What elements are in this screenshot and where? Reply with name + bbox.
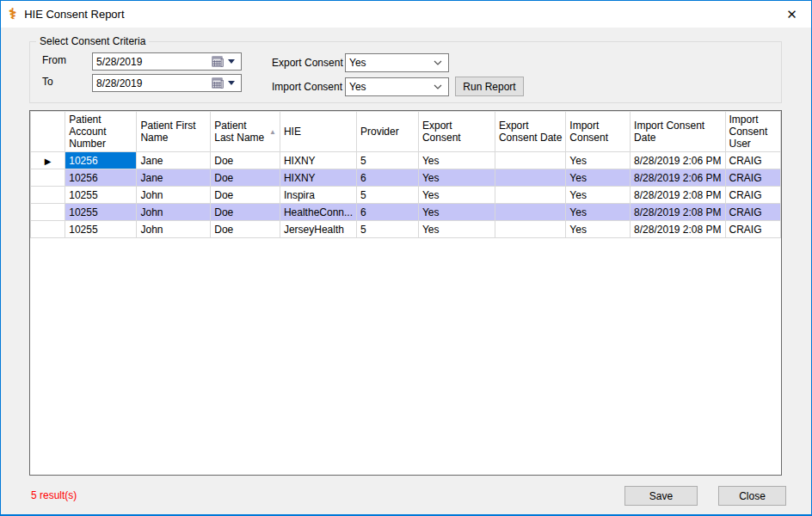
table-cell-hie[interactable]: JerseyHealth <box>280 221 356 238</box>
table-cell-importDate[interactable]: 8/28/2019 2:06 PM <box>631 152 725 169</box>
col-header-label: Export Consent Date <box>499 120 562 144</box>
table-cell-importUser[interactable]: CRAIG <box>725 187 780 204</box>
col-header-account[interactable]: Patient Account Number <box>65 112 137 152</box>
row-selector[interactable]: ▶ <box>31 152 65 169</box>
col-header-label: Export Consent <box>422 120 461 144</box>
table-cell-last[interactable]: Doe <box>211 221 280 238</box>
table-cell-provider[interactable]: 6 <box>357 204 419 221</box>
table-cell-importConsent[interactable]: Yes <box>566 152 631 169</box>
row-selector[interactable] <box>31 204 65 221</box>
result-count: 5 result(s) <box>31 489 77 501</box>
to-date-picker[interactable] <box>92 74 242 92</box>
table-cell-provider[interactable]: 6 <box>357 169 419 187</box>
table-cell-account[interactable]: 10255 <box>65 204 137 221</box>
table-cell-importUser[interactable]: CRAIG <box>725 221 780 238</box>
table-cell-importDate[interactable]: 8/28/2019 2:08 PM <box>631 221 725 238</box>
table-row: 10255JohnDoeJerseyHealth5YesYes8/28/2019… <box>31 221 781 238</box>
table-cell-importDate[interactable]: 8/28/2019 2:06 PM <box>631 169 725 187</box>
row-selector[interactable] <box>31 169 65 187</box>
col-header-exportConsent[interactable]: Export Consent <box>418 112 495 152</box>
window-close-button[interactable]: ✕ <box>772 1 811 28</box>
grid-header: Patient Account NumberPatient First Name… <box>31 112 781 152</box>
table-cell-importConsent[interactable]: Yes <box>566 221 631 238</box>
import-consent-select[interactable]: Yes <box>345 77 449 96</box>
close-button[interactable]: Close <box>718 486 786 506</box>
to-label: To <box>42 76 53 88</box>
col-header-first[interactable]: Patient First Name <box>137 112 211 152</box>
table-cell-account[interactable]: 10255 <box>65 187 137 204</box>
table-cell-last[interactable]: Doe <box>211 204 280 221</box>
col-header-label: Provider <box>360 126 399 138</box>
export-consent-label: Export Consent <box>272 57 343 69</box>
table-cell-last[interactable]: Doe <box>211 152 280 169</box>
col-header-importDate[interactable]: Import Consent Date <box>631 112 725 152</box>
table-cell-exportConsent[interactable]: Yes <box>418 169 495 187</box>
table-row: 10255JohnDoeInspira5YesYes8/28/2019 2:08… <box>31 187 781 204</box>
table-cell-exportDate[interactable] <box>495 152 565 169</box>
table-cell-importUser[interactable]: CRAIG <box>725 204 780 221</box>
export-consent-value: Yes <box>346 57 434 69</box>
run-report-button[interactable]: Run Report <box>455 77 524 96</box>
table-cell-first[interactable]: John <box>137 204 211 221</box>
table-cell-exportDate[interactable] <box>495 221 565 238</box>
table-cell-exportConsent[interactable]: Yes <box>418 152 495 169</box>
row-selector[interactable] <box>31 187 65 204</box>
table-cell-last[interactable]: Doe <box>211 187 280 204</box>
table-cell-importUser[interactable]: CRAIG <box>725 169 780 187</box>
export-consent-select[interactable]: Yes <box>345 53 449 72</box>
table-cell-last[interactable]: Doe <box>211 169 280 187</box>
calendar-icon <box>212 77 224 89</box>
table-cell-importDate[interactable]: 8/28/2019 2:08 PM <box>631 204 725 221</box>
from-date-picker[interactable] <box>92 52 242 71</box>
table-cell-first[interactable]: John <box>137 221 211 238</box>
current-row-indicator-icon: ▶ <box>45 157 52 166</box>
table-cell-exportDate[interactable] <box>495 169 565 187</box>
table-cell-importConsent[interactable]: Yes <box>566 187 631 204</box>
row-selector[interactable] <box>31 221 65 238</box>
date-dropdown-arrow-icon[interactable] <box>228 59 235 64</box>
table-cell-account[interactable]: 10256 <box>65 152 137 169</box>
table-cell-exportDate[interactable] <box>495 187 565 204</box>
table-cell-first[interactable]: Jane <box>137 169 211 187</box>
window-title: HIE Consent Report <box>24 8 124 21</box>
table-cell-exportConsent[interactable]: Yes <box>418 221 495 238</box>
import-consent-label: Import Consent <box>272 81 342 93</box>
from-date-input[interactable] <box>93 55 212 69</box>
col-header-row-selector[interactable] <box>31 112 65 152</box>
table-cell-importDate[interactable]: 8/28/2019 2:08 PM <box>631 187 725 204</box>
calendar-icon <box>212 56 224 67</box>
table-cell-provider[interactable]: 5 <box>357 187 419 204</box>
table-cell-account[interactable]: 10256 <box>65 169 137 187</box>
to-date-input[interactable] <box>93 77 212 90</box>
col-header-exportDate[interactable]: Export Consent Date <box>495 112 565 152</box>
table-cell-exportConsent[interactable]: Yes <box>418 187 495 204</box>
table-cell-provider[interactable]: 5 <box>357 152 419 169</box>
col-header-label: Patient Account Number <box>69 114 106 150</box>
col-header-last[interactable]: Patient Last Name▲ <box>211 112 280 152</box>
table-cell-provider[interactable]: 5 <box>357 221 419 238</box>
save-button[interactable]: Save <box>624 486 698 506</box>
col-header-provider[interactable]: Provider <box>357 112 419 152</box>
table-cell-hie[interactable]: HIXNY <box>280 169 356 187</box>
table-cell-exportDate[interactable] <box>495 204 565 221</box>
col-header-label: Import Consent Date <box>634 120 704 144</box>
table-cell-hie[interactable]: Inspira <box>280 187 356 204</box>
table-cell-exportConsent[interactable]: Yes <box>418 204 495 221</box>
table-row: 10256JaneDoeHIXNY6YesYes8/28/2019 2:06 P… <box>31 169 781 187</box>
col-header-label: Import Consent <box>569 120 608 144</box>
table-cell-first[interactable]: John <box>137 187 211 204</box>
table-cell-first[interactable]: Jane <box>137 152 211 169</box>
import-consent-value: Yes <box>346 81 434 93</box>
table-cell-hie[interactable]: HealtheConn... <box>280 204 356 221</box>
col-header-hie[interactable]: HIE <box>280 112 356 152</box>
app-window: ⚕ HIE Consent Report ✕ Select Consent Cr… <box>0 0 812 516</box>
date-dropdown-arrow-icon[interactable] <box>228 81 235 85</box>
table-cell-account[interactable]: 10255 <box>65 221 137 238</box>
table-cell-importConsent[interactable]: Yes <box>566 169 631 187</box>
table-cell-importUser[interactable]: CRAIG <box>725 152 780 169</box>
col-header-importUser[interactable]: Import Consent User <box>725 112 780 152</box>
table-cell-importConsent[interactable]: Yes <box>566 204 631 221</box>
col-header-importConsent[interactable]: Import Consent <box>566 112 631 152</box>
table-cell-hie[interactable]: HIXNY <box>280 152 356 169</box>
caduceus-app-icon: ⚕ <box>9 7 16 22</box>
